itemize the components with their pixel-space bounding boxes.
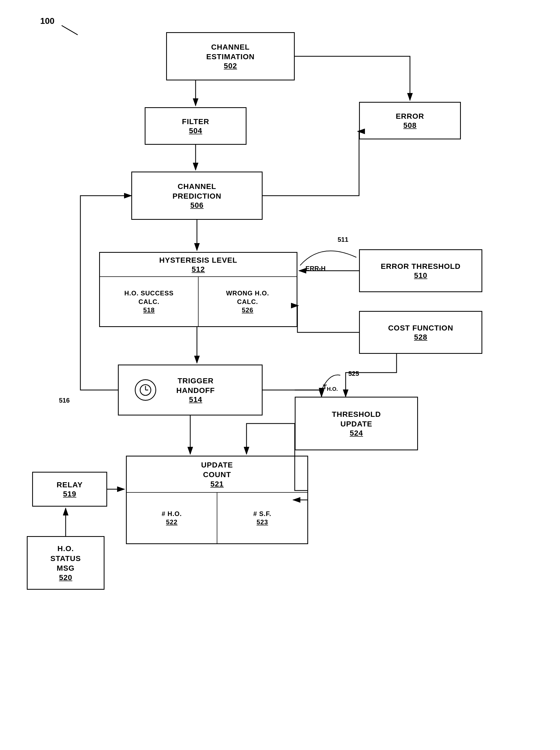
wrong-ho-num: 526: [242, 306, 253, 314]
error-box: ERROR 508: [359, 102, 461, 139]
ref-number: 100: [40, 16, 54, 26]
channel-prediction-box: CHANNELPREDICTION 506: [131, 172, 263, 220]
threshold-update-box: THRESHOLDUPDATE 524: [295, 397, 418, 450]
channel-prediction-label: CHANNELPREDICTION: [173, 182, 222, 201]
hysteresis-level-box: HYSTERESIS LEVEL 512 H.O. SUCCESSCALC. 5…: [99, 252, 297, 327]
channel-estimation-num: 502: [224, 62, 237, 70]
ho-count-cell: # H.O. 522: [127, 493, 217, 543]
error-threshold-box: ERROR THRESHOLD 510: [359, 249, 482, 292]
trigger-handoff-label: TRIGGERHANDOFF: [176, 376, 215, 396]
ref-525-label: 525: [348, 370, 359, 377]
ref-516-label: 516: [59, 397, 70, 404]
ho-status-msg-label: H.O.STATUSMSG: [51, 544, 81, 573]
filter-label: FILTER: [182, 117, 209, 126]
error-threshold-label: ERROR THRESHOLD: [381, 262, 461, 271]
ho-count-label: # H.O.: [162, 510, 182, 518]
trigger-handoff-num: 514: [176, 395, 215, 404]
filter-num: 504: [189, 126, 202, 135]
error-num: 508: [403, 121, 417, 130]
ho-success-label: H.O. SUCCESSCALC.: [124, 289, 174, 305]
hysteresis-level-label: HYSTERESIS LEVEL: [159, 255, 237, 265]
trigger-handoff-box: TRIGGERHANDOFF 514: [118, 364, 263, 415]
t-ho-label: TH.O.: [323, 383, 338, 392]
update-count-num: 521: [210, 480, 224, 488]
cost-function-num: 528: [414, 333, 427, 341]
threshold-update-label: THRESHOLDUPDATE: [332, 410, 381, 429]
ho-success-calc-cell: H.O. SUCCESSCALC. 518: [100, 277, 199, 326]
clock-icon: [139, 383, 152, 397]
arrows-svg: [0, 0, 560, 750]
svg-line-0: [62, 25, 78, 35]
wrong-ho-calc-cell: WRONG H.O.CALC. 526: [199, 277, 297, 326]
channel-prediction-num: 506: [190, 201, 204, 210]
error-threshold-num: 510: [414, 271, 427, 280]
channel-estimation-label: CHANNELESTIMATION: [206, 42, 255, 62]
sf-count-label: # S.F.: [253, 510, 271, 518]
relay-box: RELAY 519: [32, 472, 107, 507]
sf-count-cell: # S.F. 523: [217, 493, 307, 543]
relay-num: 519: [63, 490, 76, 498]
ho-status-msg-num: 520: [59, 573, 72, 582]
diagram: 100 CHANNELESTIMATION 502 FILTER 504 ERR…: [0, 0, 560, 750]
update-count-label: UPDATECOUNT: [201, 460, 233, 480]
filter-box: FILTER 504: [145, 107, 246, 145]
err-th-label: ERRₜH: [305, 265, 325, 272]
relay-label: RELAY: [57, 480, 82, 490]
channel-estimation-box: CHANNELESTIMATION 502: [166, 32, 295, 80]
wrong-ho-label: WRONG H.O.CALC.: [226, 289, 269, 305]
cost-function-box: COST FUNCTION 528: [359, 311, 482, 354]
ref-511-label: 511: [338, 236, 348, 243]
error-label: ERROR: [396, 112, 424, 121]
sf-count-num: 523: [256, 518, 268, 526]
hysteresis-level-num: 512: [192, 265, 205, 274]
cost-function-label: COST FUNCTION: [388, 323, 453, 333]
ho-count-num: 522: [166, 518, 177, 526]
ho-status-msg-box: H.O.STATUSMSG 520: [27, 536, 104, 590]
update-count-box: UPDATECOUNT 521 # H.O. 522 # S.F. 523: [126, 456, 308, 544]
ho-success-num: 518: [143, 306, 155, 314]
threshold-update-num: 524: [350, 429, 363, 437]
